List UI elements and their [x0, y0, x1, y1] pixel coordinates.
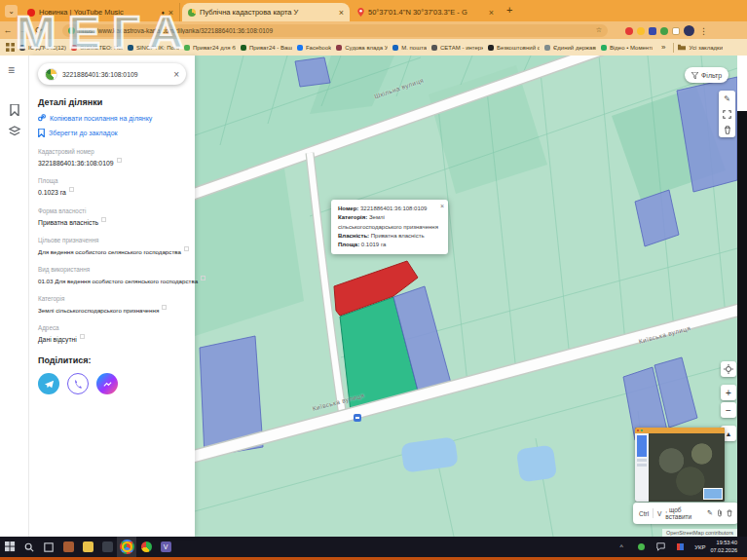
parcel-info-popup: × Номер: 3221886401:36:108:0109 Категорі…: [331, 200, 448, 254]
bookmark-item[interactable]: М. пошта: [392, 45, 427, 51]
extension-icon[interactable]: [672, 27, 680, 35]
bookmark-icon: [38, 129, 45, 137]
adblock-extension-icon[interactable]: [625, 27, 633, 35]
field-label: Форма власності: [38, 207, 186, 214]
paste-hint-bar: Ctrl V , щоб вставити ✎: [633, 503, 737, 524]
share-title: Поділитися:: [38, 355, 186, 365]
messenger-share-icon[interactable]: [96, 373, 118, 394]
edit-pencil-icon[interactable]: ✎: [707, 509, 713, 517]
trash-icon[interactable]: [724, 126, 731, 134]
bookmark-item[interactable]: Судова влада Укр...: [336, 45, 388, 51]
extension-icon[interactable]: [649, 27, 656, 35]
filter-funnel-icon: [691, 72, 698, 79]
task-view-icon[interactable]: [39, 537, 58, 557]
new-tab-button[interactable]: +: [506, 4, 512, 16]
bookmark-star-icon[interactable]: ☆: [596, 26, 602, 34]
parcel-details-panel: 3221886401:36:108:0109 × Деталі ділянки …: [29, 56, 195, 537]
divider: [673, 43, 674, 53]
ctrl-key-label: Ctrl: [639, 510, 649, 517]
tray-flag-icon[interactable]: [670, 537, 690, 557]
field-label: Категорія: [38, 295, 186, 302]
field-label: Цільове призначення: [38, 237, 186, 243]
bookmark-item[interactable]: СЕТАМ - интернет...: [431, 45, 483, 51]
tab-close-icon[interactable]: ×: [339, 8, 344, 18]
address-value: Дані відсутні: [38, 334, 186, 343]
filter-button[interactable]: Фільтр: [685, 67, 728, 83]
trash-icon[interactable]: [727, 509, 732, 517]
category-value: Землі сільськогосподарського призначення: [38, 305, 186, 314]
map-tools-column: ✎: [719, 91, 735, 137]
bus-stop-icon[interactable]: [354, 414, 361, 422]
preview-sidebar: [635, 433, 649, 502]
layers-icon[interactable]: [9, 126, 20, 136]
profile-avatar[interactable]: [684, 25, 694, 36]
field-label: Вид використання: [38, 266, 186, 273]
field-label: Площа: [38, 177, 186, 184]
use-type-value: 01.03 Для ведення особистого селянського…: [38, 276, 186, 284]
folder-icon: [678, 44, 686, 51]
all-bookmarks-button[interactable]: Усі закладки: [678, 44, 723, 51]
windows-taskbar: V ^ УКР 19:53:40 07.02.2026: [0, 537, 747, 557]
extension-icon[interactable]: [660, 27, 668, 35]
measure-pencil-icon[interactable]: ✎: [724, 94, 730, 103]
cadastral-app: ≡ 3221886401:36:108:0109 × Деталі ділянк…: [0, 56, 747, 537]
tray-chat-icon[interactable]: [651, 537, 670, 557]
clear-search-icon[interactable]: ×: [173, 69, 179, 80]
copy-link-button[interactable]: Копіювати посилання на ділянку: [38, 114, 186, 122]
back-button[interactable]: ←: [0, 25, 16, 35]
zoom-out-button[interactable]: −: [721, 402, 736, 418]
tab-cadastral-map-active[interactable]: Публічна кадастрова карта У ×: [182, 3, 350, 21]
fullscreen-icon[interactable]: [723, 110, 731, 119]
taskbar-search-icon[interactable]: [19, 537, 39, 557]
preview-satellite-image: [649, 433, 725, 502]
clipboard-image-preview[interactable]: [635, 428, 725, 502]
taskbar-app-icon[interactable]: [58, 537, 78, 557]
save-bookmark-button[interactable]: Зберегти до закладок: [38, 129, 186, 137]
geocadastre-logo-icon: [45, 68, 57, 81]
tab-close-icon[interactable]: ×: [489, 8, 494, 18]
chrome-taskbar-icon[interactable]: [117, 537, 136, 557]
start-button[interactable]: [0, 537, 19, 557]
bookmark-item[interactable]: Facebook: [297, 45, 331, 51]
cadastral-number-value: 3221886401:36:108:0109: [38, 158, 186, 167]
extension-icon[interactable]: [637, 27, 645, 35]
area-value: 0.1023 га: [38, 187, 186, 196]
zoom-in-button[interactable]: +: [721, 385, 736, 400]
popup-close-icon[interactable]: ×: [440, 202, 444, 212]
locate-button[interactable]: [721, 361, 736, 377]
browser-taskbar-icon[interactable]: [136, 537, 156, 557]
bookmark-item[interactable]: Безкоштовний он...: [488, 45, 540, 51]
viber-taskbar-icon[interactable]: V: [156, 537, 175, 557]
tab-google-maps-coords[interactable]: 50°37'01.4"N 30°37'03.3"E - G ×: [352, 3, 500, 21]
left-nav-rail: ≡: [0, 56, 29, 537]
v-key-label: V: [657, 510, 661, 517]
share-icons-row: [38, 373, 186, 394]
water-parcel[interactable]: [516, 445, 557, 483]
photo-watermark: МЕГА: [16, 6, 195, 57]
bookmarks-overflow-chevron[interactable]: »: [661, 43, 665, 52]
popup-ownership-row: Власність: Приватна власність: [338, 232, 441, 241]
divider: [653, 508, 654, 518]
file-explorer-icon[interactable]: [78, 537, 97, 557]
tray-icon-green[interactable]: [631, 537, 651, 557]
field-label: Кадастровий номер: [38, 148, 186, 155]
map-canvas[interactable]: Шкільна вулиця Київська вулиця Київська …: [195, 56, 737, 537]
apps-grid-icon[interactable]: [6, 43, 15, 52]
bookmark-item[interactable]: Приват24 - Ваш мо...: [241, 45, 292, 51]
popup-category-row: Категорія: Землі сільськогосподарського …: [338, 213, 441, 232]
viber-share-icon[interactable]: [67, 373, 89, 394]
taskbar-clock[interactable]: 19:53:40 07.02.2026: [710, 540, 737, 554]
browser-menu-icon[interactable]: ⋮: [699, 26, 708, 36]
ownership-value: Приватна власність: [38, 217, 186, 226]
tray-expand-chevron[interactable]: ^: [612, 537, 631, 557]
language-indicator[interactable]: УКР: [694, 544, 705, 550]
menu-hamburger-icon[interactable]: ≡: [8, 63, 15, 77]
bookmarks-rail-icon[interactable]: [10, 104, 19, 116]
telegram-share-icon[interactable]: [38, 373, 59, 394]
taskbar-app-icon[interactable]: [97, 537, 117, 557]
parcel-search-input[interactable]: 3221886401:36:108:0109 ×: [38, 63, 186, 85]
bookmark-item[interactable]: Єдиний державни...: [544, 45, 596, 51]
paste-hint-text: , щоб вставити: [665, 506, 703, 520]
paperclip-icon[interactable]: [717, 509, 723, 517]
bookmark-item[interactable]: Відео • Моменти?..: [601, 45, 653, 51]
